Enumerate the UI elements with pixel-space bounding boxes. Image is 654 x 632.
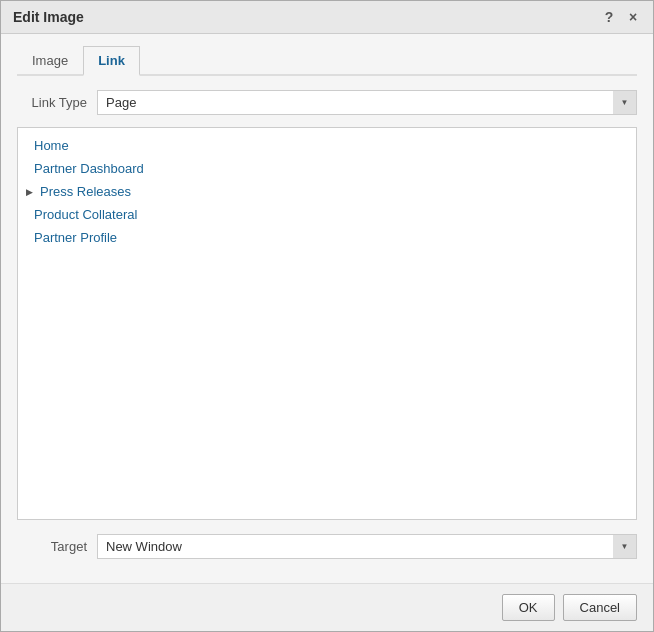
titlebar-icons: ? ×	[601, 9, 641, 25]
tree-item-home[interactable]: Home	[18, 134, 636, 157]
ok-button[interactable]: OK	[502, 594, 555, 621]
dialog-titlebar: Edit Image ? ×	[1, 1, 653, 34]
tab-link[interactable]: Link	[83, 46, 140, 76]
tree-item-product-collateral[interactable]: Product Collateral	[18, 203, 636, 226]
target-select-wrap: New Window	[97, 534, 637, 559]
tree-item-press-releases[interactable]: ▶ Press Releases	[18, 180, 636, 203]
target-row: Target New Window	[17, 534, 637, 559]
target-select[interactable]: New Window	[97, 534, 637, 559]
tab-image[interactable]: Image	[17, 46, 83, 76]
dialog-footer: OK Cancel	[1, 583, 653, 631]
dialog-title: Edit Image	[13, 9, 84, 25]
expand-arrow-icon: ▶	[24, 187, 34, 197]
help-icon[interactable]: ?	[601, 9, 617, 25]
edit-image-dialog: Edit Image ? × Image Link Link Type Page…	[0, 0, 654, 632]
tab-bar: Image Link	[17, 46, 637, 76]
close-icon[interactable]: ×	[625, 9, 641, 25]
link-type-row: Link Type Page	[17, 90, 637, 115]
page-tree-panel[interactable]: Home Partner Dashboard ▶ Press Releases …	[17, 127, 637, 520]
tree-item-partner-dashboard[interactable]: Partner Dashboard	[18, 157, 636, 180]
tree-item-partner-profile[interactable]: Partner Profile	[18, 226, 636, 249]
link-type-select-wrap: Page	[97, 90, 637, 115]
link-type-select[interactable]: Page	[97, 90, 637, 115]
link-type-label: Link Type	[17, 95, 97, 110]
target-label: Target	[17, 539, 97, 554]
dialog-content: Image Link Link Type Page Home Partner D…	[1, 34, 653, 583]
cancel-button[interactable]: Cancel	[563, 594, 637, 621]
